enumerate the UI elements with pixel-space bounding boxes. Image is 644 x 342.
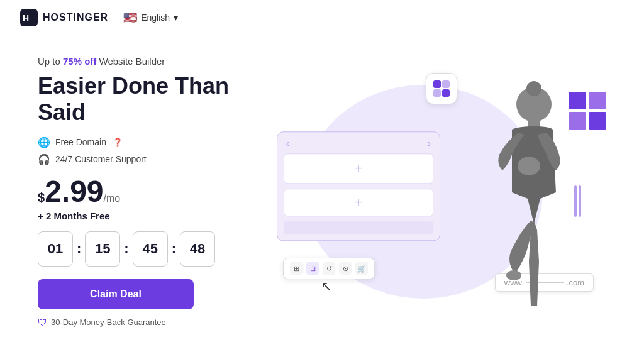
feature-free-domain: 🌐 Free Domain ❓ (38, 136, 264, 148)
flag-icon: 🇺🇸 (123, 11, 137, 25)
claim-deal-button[interactable]: Claim Deal (38, 279, 194, 309)
feature-support: 🎧 24/7 Customer Support (38, 153, 264, 165)
deco-block-4 (589, 112, 606, 130)
headline: Easier Done Than Said (38, 73, 264, 125)
price-amount: 2.99 (45, 177, 103, 207)
promo-highlight: 75% off (63, 56, 96, 67)
header: H HOSTINGER 🇺🇸 English ▾ (0, 0, 644, 35)
main-content: Up to 75% off Website Builder Easier Don… (0, 35, 644, 342)
guarantee-line: 🛡 30-Day Money-Back Guarantee (38, 317, 264, 328)
svg-point-9 (518, 157, 540, 175)
headset-icon: 🎧 (38, 153, 50, 165)
svg-point-7 (526, 81, 541, 96)
guarantee-text: 30-Day Money-Back Guarantee (51, 317, 166, 327)
mockup-card-1: + (284, 153, 433, 184)
svg-rect-3 (442, 80, 450, 88)
countdown-seconds: 45 (133, 231, 168, 267)
countdown-sep-2: : (124, 241, 128, 257)
person-illustration (449, 60, 587, 331)
features-list: 🌐 Free Domain ❓ 🎧 24/7 Customer Support (38, 136, 264, 165)
toolbar-mockup: ⊞ ⊡ ↺ ⊙ 🛒 (283, 258, 375, 279)
plus-icon-2: + (355, 196, 362, 210)
toolbar-icon-5[interactable]: 🛒 (355, 262, 368, 275)
countdown-minutes: 15 (85, 231, 120, 267)
cursor-pointer: ↖ (321, 279, 332, 295)
mockup-nav: ‹ › (284, 138, 433, 148)
mockup-bar (284, 221, 433, 234)
logo-text: HOSTINGER (43, 12, 108, 23)
promo-line: Up to 75% off Website Builder (38, 56, 264, 67)
right-panel: ‹ › + + ⊞ ⊡ ↺ ⊙ 🛒 ↖ www. (264, 54, 606, 329)
countdown-sep-3: : (172, 241, 176, 257)
builder-logo-svg (432, 79, 451, 98)
price-period: /mo (104, 193, 121, 204)
svg-rect-4 (433, 89, 441, 97)
left-panel: Up to 75% off Website Builder Easier Don… (38, 56, 264, 328)
deco-block-2 (589, 92, 606, 109)
countdown-timer: 01 : 15 : 45 : 48 (38, 231, 264, 267)
builder-mockup: ‹ › + + (277, 131, 440, 241)
price-block: $ 2.99 /mo (38, 177, 264, 207)
chevron-down-icon: ▾ (174, 13, 178, 23)
svg-rect-5 (442, 89, 450, 97)
logo: H HOSTINGER (20, 9, 108, 26)
svg-point-10 (506, 270, 521, 280)
svg-rect-2 (433, 80, 441, 88)
globe-icon: 🌐 (38, 136, 50, 148)
language-label: English (141, 13, 170, 23)
price-extra: + 2 Months Free (38, 211, 264, 221)
feature-support-text: 24/7 Customer Support (55, 154, 147, 164)
toolbar-icon-3[interactable]: ↺ (323, 262, 335, 275)
nav-right-arrow: › (428, 138, 431, 148)
shield-icon: 🛡 (38, 317, 47, 328)
help-icon[interactable]: ❓ (113, 138, 123, 147)
promo-suffix: Website Builder (96, 56, 165, 67)
countdown-centiseconds: 48 (180, 231, 215, 267)
toolbar-icon-1[interactable]: ⊞ (290, 262, 303, 275)
svg-text:H: H (23, 13, 29, 23)
builder-logo-badge (426, 73, 457, 104)
countdown-hours: 01 (38, 231, 73, 267)
toolbar-icon-4[interactable]: ⊙ (339, 262, 352, 275)
feature-domain-text: Free Domain (55, 137, 106, 147)
language-selector[interactable]: 🇺🇸 English ▾ (123, 11, 178, 25)
price-dollar: $ (38, 190, 45, 205)
person-svg (458, 67, 578, 331)
mockup-frame: ‹ › + + (277, 131, 440, 241)
mockup-card-2: + (284, 189, 433, 216)
plus-icon-1: + (355, 162, 362, 176)
toolbar-icon-2[interactable]: ⊡ (306, 262, 319, 275)
price-display: $ 2.99 /mo (38, 177, 264, 207)
nav-left-arrow: ‹ (286, 138, 289, 148)
countdown-sep-1: : (77, 241, 81, 257)
hostinger-logo-icon: H (20, 9, 38, 26)
promo-prefix: Up to (38, 56, 63, 67)
